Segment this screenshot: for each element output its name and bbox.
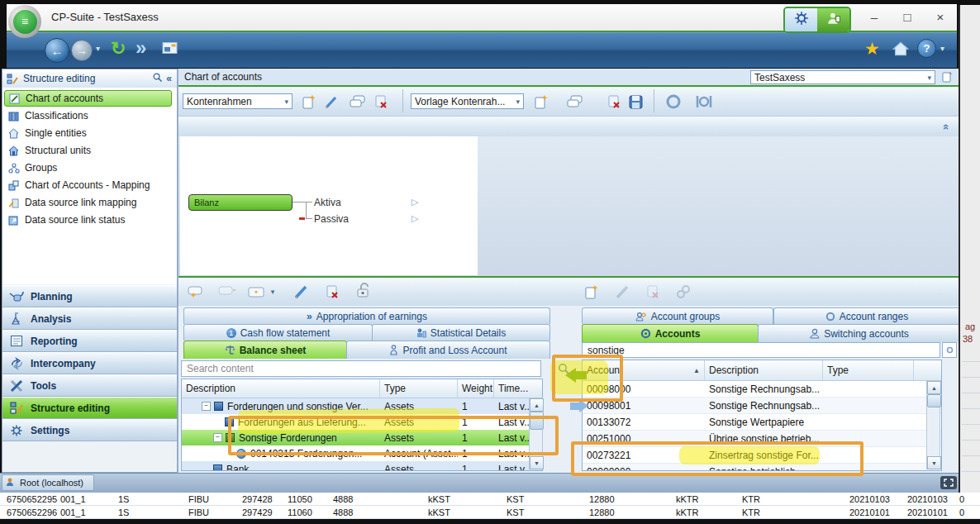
edit-node-button[interactable] [291,282,311,302]
edit-chart-frame-button[interactable] [321,92,340,112]
module-structure-editing[interactable]: Structure editing [2,397,177,419]
new-chart-frame-button[interactable] [298,92,318,112]
table-row[interactable]: Bank Assets 1 Last v. [182,461,542,471]
tree-node-aktiva[interactable]: Aktiva [314,197,341,208]
sidebar-item-single-entities[interactable]: Single entities [4,125,172,141]
vorlage-combo[interactable]: Vorlage Kontenrah...▾ [411,93,524,109]
new-account-button[interactable] [581,282,601,302]
account-row[interactable]: 00098001 Sonstige Rechnungsab... [583,398,941,414]
tree-node-bilanz[interactable]: Bilanz [188,194,293,211]
copy-template-button[interactable] [564,92,584,112]
scroll-down-button[interactable]: ▼ [927,456,941,469]
unlock-button[interactable] [354,280,373,300]
column-header-type[interactable]: Type [380,379,458,398]
tab-accounts[interactable]: Accounts [582,324,759,342]
tree-node-passiva[interactable]: Passiva [314,213,349,225]
help-caret-icon[interactable]: ▾ [940,44,944,53]
sidebar-item-classifications[interactable]: Classifications [4,107,172,124]
module-settings[interactable]: Settings [2,419,177,441]
forward-button[interactable]: → [71,40,93,61]
sidebar-item-structural-units[interactable]: Structural units [4,142,172,159]
copy-chart-frame-button[interactable] [347,92,367,112]
expand-passiva-icon[interactable]: ▷ [412,213,418,224]
collapse-icon[interactable]: − [202,402,211,411]
account-row[interactable]: 00133072 Sonstige Wertpapiere [583,414,941,431]
kontenrahmen-combo[interactable]: Kontenrahmen▾ [183,93,293,109]
link-account-button[interactable] [673,282,693,302]
favorites-star-icon[interactable]: ★ [864,39,880,59]
tab-appropriation-of-earnings[interactable]: » Appropriation of earnings [183,307,550,324]
scrollbar-thumb[interactable] [927,394,941,407]
module-reporting[interactable]: Reporting [2,330,177,352]
close-button[interactable]: × [925,7,955,26]
dataset-combo[interactable]: TestSaxess▾ [750,70,935,84]
new-sibling-node-button[interactable] [217,282,237,302]
account-row[interactable]: 00098000 Sonstige Rechnungsab... [583,381,941,398]
scroll-up-button[interactable]: ▲ [927,381,941,394]
column-header-weight[interactable]: Weight [458,379,494,398]
column-header-description[interactable]: Description [182,379,380,398]
save-button[interactable] [626,92,645,112]
tree-collapse-marker[interactable] [299,217,305,220]
scroll-down-button[interactable]: ▼ [530,456,544,469]
delete-template-button[interactable] [604,92,624,112]
help-button[interactable]: ? [917,39,936,58]
collapse-icon[interactable]: − [213,433,222,442]
column-header-type[interactable]: Type [823,360,914,380]
new-node-menu-button[interactable]: ▾ [246,282,276,302]
collapse-tree-icon[interactable]: « [940,124,953,130]
edit-account-button[interactable] [612,282,632,302]
layout-window-icon[interactable] [162,41,178,59]
sidebar-search-icon[interactable] [152,72,163,85]
tab-account-ranges[interactable]: Account ranges [773,307,960,324]
column-header-description[interactable]: Description [705,360,823,380]
sidebar-item-data-source-link-status[interactable]: Data source link status [4,212,172,228]
account-filter-input[interactable]: sonstige [582,342,940,358]
new-template-button[interactable] [530,92,550,112]
minimize-button[interactable]: – [859,7,889,26]
delete-account-button[interactable] [643,282,663,302]
nav-history-caret-icon[interactable]: ▾ [96,44,100,53]
back-button[interactable]: ← [45,38,69,63]
expand-panel-icon[interactable] [940,476,957,489]
expand-aktiva-icon[interactable]: ▷ [412,197,418,207]
structure-editing-module-icon [8,401,25,416]
circle-view-button[interactable] [664,92,683,112]
maximize-button[interactable]: □ [892,7,922,26]
tab-balance-sheet[interactable]: Balance sheet [183,341,347,359]
module-planning[interactable]: Planning [2,285,177,307]
person-clipboard-icon [826,11,841,29]
new-node-button[interactable] [187,282,207,302]
grid-row[interactable]: 6750652295001_11SFIBU297428110504888kKST… [0,493,980,506]
column-header-time[interactable]: Time... [494,379,542,398]
search-content-input[interactable]: Search content [181,360,541,377]
home-icon[interactable] [892,41,909,60]
delete-chart-frame-button[interactable] [371,92,391,112]
module-analysis[interactable]: Analysis [2,307,177,330]
fast-forward-icon[interactable]: » [136,36,146,60]
tab-cash-flow-statement[interactable]: 1 Cash flow statement [183,324,373,341]
scroll-up-button[interactable]: ▲ [530,398,544,412]
delete-node-button[interactable] [322,282,342,302]
profit-loss-icon [389,345,398,355]
module-tools[interactable]: Tools [2,374,177,397]
sidebar-item-groups[interactable]: Groups [4,160,172,176]
range-view-button[interactable] [694,92,714,112]
tab-statistical-details[interactable]: Statistical Details [372,324,550,341]
tab-account-groups[interactable]: Account groups [582,307,773,324]
dataset-new-button[interactable] [939,70,955,84]
tab-profit-and-loss[interactable]: Profit and Loss Account [346,341,550,359]
refresh-icon[interactable]: ↻ [111,38,126,60]
sidebar-item-coa-mapping[interactable]: Chart of Accounts - Mapping [4,177,172,193]
sidebar-item-data-source-link-mapping[interactable]: Data source link mapping [4,194,172,211]
filter-options-button[interactable] [942,342,957,358]
mode-tab-configuration[interactable] [785,8,817,31]
sidebar-collapse-icon[interactable]: « [166,73,172,84]
app-logo[interactable]: ≡ [8,5,41,38]
module-intercompany[interactable]: Intercompany [2,352,177,374]
grid-row[interactable]: 6750652296001_11SFIBU297429110604888kKST… [0,506,980,519]
mode-tab-user[interactable] [817,8,849,31]
sidebar-item-chart-of-accounts[interactable]: Chart of accounts [4,90,172,107]
tab-switching-accounts[interactable]: Switching accounts [758,324,960,342]
status-root-tab[interactable]: Root (localhost) [2,474,94,491]
